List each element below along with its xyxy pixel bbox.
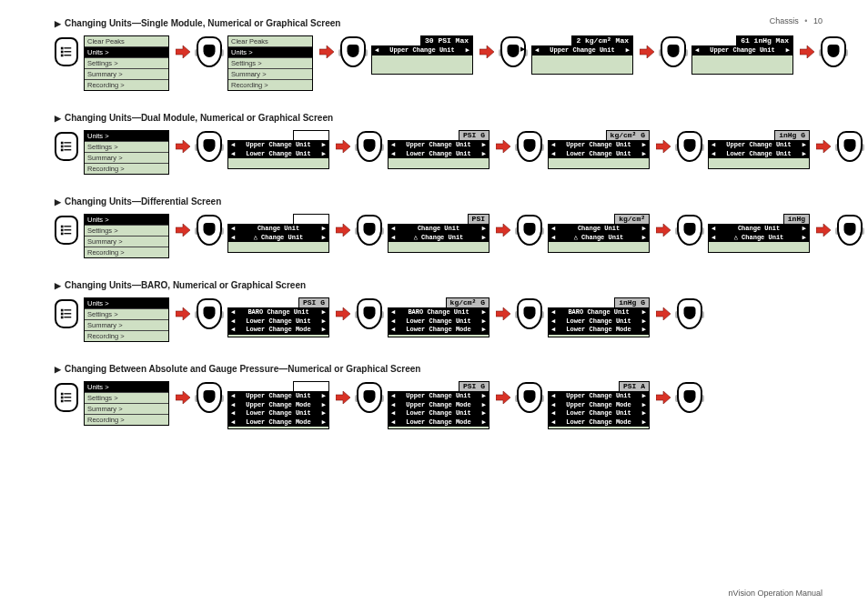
menu-panel: Units >Settings >Summary >Recording > [84,381,169,426]
svg-rect-6 [61,142,64,145]
svg-rect-1 [64,47,71,48]
screen-panel: kg/cm² G◀Upper Change Unit▶◀Lower Change… [548,130,650,169]
screen-bar: ◀Upper Change Unit▶ [228,392,328,400]
svg-rect-15 [64,229,71,230]
screen-body: ◀Change Unit▶◀Change Unit▶ [227,224,329,253]
screen-panel: inHg◀Change Unit▶◀Change Unit▶ [708,214,810,253]
nav-button-icon [661,36,686,67]
nav-button-icon [517,382,542,413]
nav-button-icon [677,382,702,413]
screen-bar: ◀Lower Change Mode▶ [549,326,649,334]
nav-button-icon [357,382,382,413]
screen-body: ◀Change Unit▶◀Change Unit▶ [548,224,650,253]
screen-header: inHg G [614,297,650,307]
arrow-icon [335,130,351,163]
section-title-text: Changing Units—Dual Module, Numerical or… [65,113,333,123]
screen-bar: ◀Lower Change Unit▶ [549,150,649,158]
screen-header: kg/cm² G [606,130,650,140]
triangle-icon: ▶ [55,114,61,123]
arrow-icon [799,35,815,68]
menu-row: Summary > [85,69,168,80]
svg-rect-19 [64,309,71,310]
section-title: ▶Changing Between Absolute and Gauge Pre… [55,364,823,374]
separator-dot: • [804,16,807,25]
screen-bar: ◀Upper Change Unit▶ [372,46,472,55]
screen-bar: ◀Upper Change Unit▶ [228,141,328,149]
nav-button-icon [517,131,542,162]
svg-rect-10 [61,149,64,152]
menu-panel: Units >Settings >Summary >Recording > [84,297,169,342]
svg-rect-26 [61,397,64,399]
screen-bar: ◀Lower Change Mode▶ [549,418,649,427]
arrow-icon [655,130,671,163]
section-title-text: Changing Units—BARO, Numerical or Graphi… [65,280,306,290]
triangle-icon: ▶ [55,19,61,28]
menu-row: Settings > [228,58,312,69]
screen-panel: ◀Change Unit▶◀Change Unit▶ [227,214,329,253]
screen-panel: PSI G◀Upper Change Unit▶◀Upper Change Mo… [388,381,490,429]
page-content: ▶Changing Units—Single Module, Numerical… [55,18,823,429]
nav-button-icon [197,36,222,67]
screen-bar: ◀Lower Change Mode▶ [228,418,328,427]
menu-panel: Units >Settings >Summary >Recording > [84,214,169,258]
arrow-icon [175,214,191,247]
svg-rect-7 [64,142,71,143]
screen-body: ◀Upper Change Unit▶◀Upper Change Mode▶◀L… [227,391,329,429]
page-footer: nVision Operation Manual [729,589,823,598]
screen-bar: ◀Lower Change Unit▶ [549,317,649,326]
menu-row: Units > [85,382,168,393]
screen-bar: ◀Change Unit▶ [549,225,649,233]
screen-bar: ◀Upper Change Unit▶ [389,141,489,149]
screen-bar: ◀Upper Change Unit▶ [389,392,489,400]
nav-button-icon [677,298,702,329]
arrow-icon [639,35,655,68]
screen-header: inHg G [774,130,810,140]
screen-panel: 30 PSI Max◀Upper Change Unit▶ [371,35,473,75]
svg-rect-27 [64,397,71,398]
svg-rect-16 [61,233,64,236]
screen-bar: ◀Upper Change Unit▶ [709,141,809,149]
svg-rect-21 [64,313,71,314]
screen-bar: ◀Lower Change Unit▶ [228,317,328,326]
screen-panel: inHg G◀BARO Change Unit▶◀Lower Change Un… [548,297,650,337]
nav-button-icon [197,382,222,413]
svg-rect-8 [61,146,64,148]
device-icon [55,383,78,412]
arrow-icon [655,297,671,330]
svg-rect-28 [61,400,64,403]
menu-row: Settings > [85,226,168,237]
nav-button-icon [197,215,222,246]
screen-body: ◀Upper Change Unit▶◀Lower Change Unit▶ [388,140,490,169]
section-title: ▶Changing Units—BARO, Numerical or Graph… [55,280,823,290]
svg-rect-14 [61,229,64,232]
screen-bar: ◀Upper Change Unit▶ [692,46,792,55]
screen-bar: ◀Lower Change Unit▶ [549,409,649,418]
menu-row: Settings > [85,393,168,404]
arrow-icon [335,297,351,330]
menu-row: Recording > [85,331,168,341]
svg-rect-4 [61,55,64,57]
nav-button-icon [677,131,702,162]
menu-row: Units > [228,47,312,58]
screen-bar: ◀Upper Change Unit▶ [549,141,649,149]
screen-body: ◀BARO Change Unit▶◀Lower Change Unit▶◀Lo… [548,307,650,337]
svg-rect-20 [61,313,64,316]
section-title: ▶Changing Units—Dual Module, Numerical o… [55,113,823,123]
screen-header: PSI A [619,381,650,391]
menu-row: Summary > [85,153,168,164]
screen-bar: ◀Change Unit▶ [389,234,489,242]
menu-row: Clear Peaks [228,36,312,47]
screen-bar: ◀Lower Change Mode▶ [228,326,328,334]
arrow-icon [335,381,351,414]
menu-row: Recording > [85,164,168,174]
svg-rect-3 [64,51,71,52]
menu-row: Settings > [85,58,168,69]
screen-header: PSI G [459,381,490,391]
screen-panel: 61 inHg Max◀Upper Change Unit▶ [691,35,793,75]
arrow-icon [175,35,191,68]
screen-panel: kg/cm² G◀BARO Change Unit▶◀Lower Change … [388,297,490,337]
screen-bar: ◀Change Unit▶ [549,234,649,242]
menu-row: Recording > [85,80,168,90]
nav-button-icon [340,36,366,67]
svg-rect-2 [61,51,64,54]
